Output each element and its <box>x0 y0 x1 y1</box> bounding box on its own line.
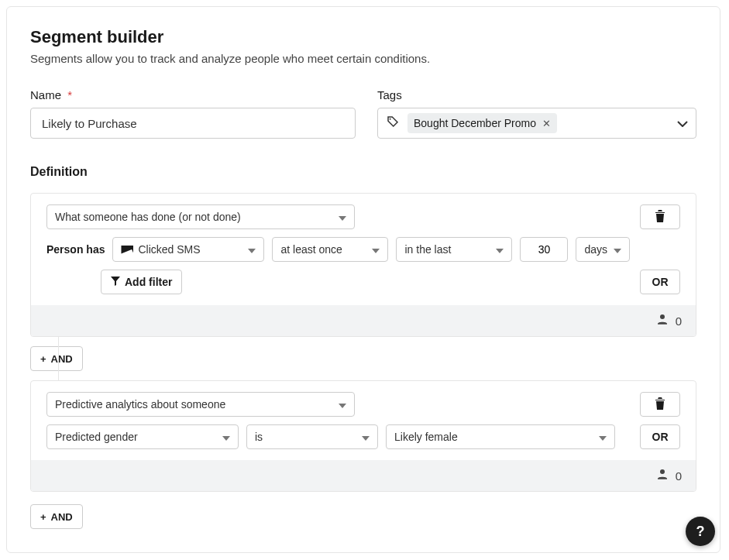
block-2-count: 0 <box>676 469 682 483</box>
definition-heading: Definition <box>30 165 696 179</box>
tags-input[interactable]: Bought December Promo ✕ <box>377 108 696 139</box>
value-value: Likely female <box>394 431 458 443</box>
plus-icon: + <box>40 511 46 523</box>
name-input[interactable] <box>30 108 356 139</box>
dimension-value: Predicted gender <box>55 431 138 443</box>
or-button[interactable]: OR <box>640 270 680 294</box>
add-filter-button[interactable]: Add filter <box>101 270 182 294</box>
user-icon <box>655 467 669 484</box>
plus-icon: + <box>40 353 46 365</box>
chevron-down-icon <box>614 243 621 256</box>
tag-chip-label: Bought December Promo <box>414 117 536 129</box>
timeframe-select[interactable]: in the last <box>396 237 512 262</box>
operator-value: is <box>255 431 263 443</box>
unit-select[interactable]: days <box>576 237 630 262</box>
chevron-down-icon <box>339 211 346 223</box>
tag-chip-remove-icon[interactable]: ✕ <box>542 118 551 129</box>
help-icon: ? <box>696 524 705 540</box>
filter-icon <box>111 276 120 288</box>
frequency-value: at least once <box>280 243 342 256</box>
page-title: Segment builder <box>30 27 696 47</box>
name-tags-row: Name * Tags Bought December Promo ✕ <box>30 88 696 139</box>
page-subtitle: Segments allow you to track and analyze … <box>30 52 696 65</box>
svg-point-0 <box>390 119 391 120</box>
name-label: Name * <box>30 88 356 101</box>
condition-type-select[interactable]: What someone has done (or not done) <box>46 204 355 229</box>
add-filter-label: Add filter <box>125 276 172 288</box>
metric-select[interactable]: Clicked SMS <box>112 237 264 262</box>
and-label: AND <box>51 353 73 365</box>
name-label-text: Name <box>30 88 61 101</box>
or-label: OR <box>652 276 669 288</box>
block-1-count: 0 <box>676 314 682 328</box>
chevron-down-icon <box>362 431 370 443</box>
block-1-footer: 0 <box>31 305 696 336</box>
condition-type-value: What someone has done (or not done) <box>55 211 241 223</box>
condition-type-value-2: Predictive analytics about someone <box>55 398 225 411</box>
and-label-2: AND <box>51 511 73 523</box>
delete-condition-button-2[interactable] <box>640 392 680 417</box>
chevron-down-icon <box>339 398 346 411</box>
metric-value: Clicked SMS <box>138 243 200 256</box>
dimension-select[interactable]: Predicted gender <box>46 424 239 449</box>
trash-icon <box>655 397 665 412</box>
chevron-down-icon <box>372 243 380 256</box>
svg-point-2 <box>660 469 665 474</box>
timeframe-value: in the last <box>404 243 451 256</box>
chevron-down-icon <box>496 243 504 256</box>
or-button-2[interactable]: OR <box>640 424 680 449</box>
condition-type-select-2[interactable]: Predictive analytics about someone <box>46 392 355 417</box>
name-column: Name * <box>30 88 356 139</box>
operator-select[interactable]: is <box>246 424 378 449</box>
chevron-down-icon <box>222 431 230 443</box>
required-marker: * <box>67 88 72 101</box>
block-2-footer: 0 <box>31 460 696 491</box>
chevron-down-icon <box>599 431 607 443</box>
tag-chip[interactable]: Bought December Promo ✕ <box>407 113 557 133</box>
segment-builder-card: Segment builder Segments allow you to tr… <box>6 6 720 553</box>
add-and-button[interactable]: + AND <box>30 504 83 529</box>
frequency-select[interactable]: at least once <box>272 237 388 262</box>
value-select[interactable]: Likely female <box>386 424 615 449</box>
and-connector-button-1[interactable]: + AND <box>30 346 83 371</box>
unit-value: days <box>584 243 607 256</box>
condition-block-2: Predictive analytics about someone Predi… <box>30 380 696 492</box>
tags-column: Tags Bought December Promo ✕ <box>377 88 696 139</box>
timeframe-number-input[interactable] <box>520 237 568 262</box>
condition-block-1: What someone has done (or not done) Pers… <box>30 193 696 337</box>
tags-label: Tags <box>377 88 696 101</box>
chevron-down-icon <box>248 243 256 256</box>
connector-1: + AND <box>30 337 696 380</box>
delete-condition-button[interactable] <box>640 204 680 229</box>
user-icon <box>655 312 669 329</box>
help-button[interactable]: ? <box>686 517 715 546</box>
sms-flag-icon <box>121 246 133 254</box>
or-label-2: OR <box>652 431 669 443</box>
tags-dropdown-caret[interactable] <box>677 116 688 130</box>
trash-icon <box>655 210 665 225</box>
svg-point-1 <box>660 314 665 319</box>
person-has-label: Person has <box>46 243 105 256</box>
tag-icon <box>386 115 400 132</box>
